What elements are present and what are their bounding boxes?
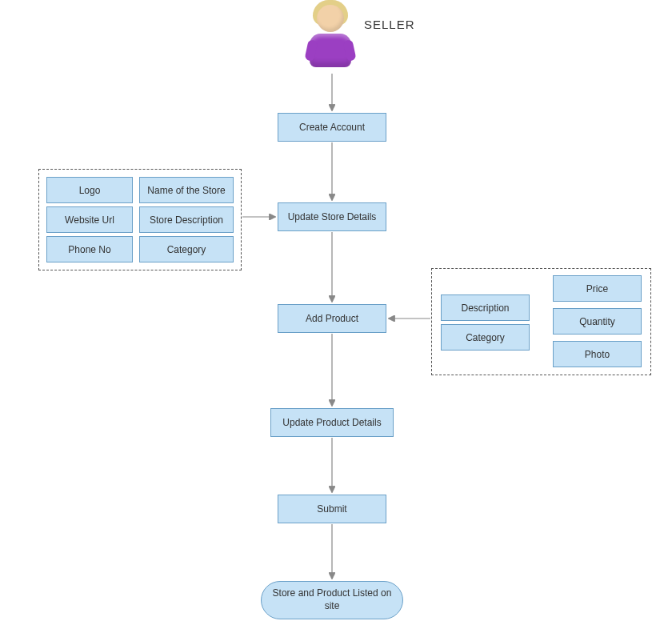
actor-label: SELLER <box>364 18 415 31</box>
cell-category: Category <box>139 236 234 262</box>
cell-store-description: Store Description <box>139 206 234 233</box>
node-label: Add Product <box>306 313 358 324</box>
node-update-product: Update Product Details <box>270 408 394 437</box>
cell-website-url: Website Url <box>46 206 133 233</box>
cell-label: Category <box>466 332 505 343</box>
cell-label: Price <box>586 283 608 294</box>
node-add-product: Add Product <box>278 304 386 333</box>
cell-label: Description <box>461 302 509 314</box>
node-terminator: Store and Product Listed on site <box>261 581 403 619</box>
cell-label: Quantity <box>579 316 615 327</box>
diagram-canvas: SELLER Create Account Update Store Detai… <box>0 0 672 641</box>
cell-label: Website Url <box>65 214 114 226</box>
cell-description: Description <box>441 294 530 321</box>
cell-quantity: Quantity <box>553 308 642 335</box>
node-label: Store and Product Listed on site <box>268 587 396 612</box>
cell-store-name: Name of the Store <box>139 177 234 203</box>
cell-label: Phone No <box>68 244 110 255</box>
node-label: Update Product Details <box>282 417 381 428</box>
cell-label: Photo <box>585 349 610 360</box>
node-label: Create Account <box>299 122 365 133</box>
cell-logo: Logo <box>46 177 133 203</box>
cell-phone-no: Phone No <box>46 236 133 262</box>
node-label: Update Store Details <box>288 211 377 222</box>
seller-avatar <box>306 0 354 72</box>
node-label: Submit <box>317 503 346 515</box>
node-update-store: Update Store Details <box>278 202 386 231</box>
node-submit: Submit <box>278 495 386 523</box>
cell-label: Logo <box>79 185 101 196</box>
cell-label: Category <box>167 244 206 255</box>
cell-label: Name of the Store <box>147 185 225 196</box>
cell-product-category: Category <box>441 324 530 351</box>
cell-photo: Photo <box>553 341 642 367</box>
node-create-account: Create Account <box>278 113 386 142</box>
cell-label: Store Description <box>150 214 223 226</box>
cell-price: Price <box>553 275 642 302</box>
